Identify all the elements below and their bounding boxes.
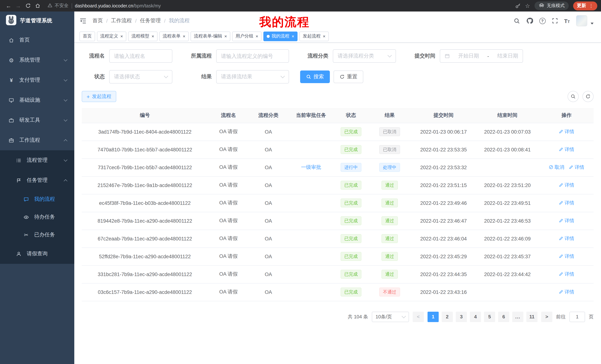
tab-start-process[interactable]: 发起流程× (299, 31, 329, 41)
logo-row[interactable]: 芋道管理系统 (0, 11, 74, 30)
detail-link[interactable]: 详情 (559, 217, 574, 224)
page-button-6[interactable]: 6 (498, 312, 509, 322)
current-task-link[interactable]: 一级审批 (301, 164, 321, 170)
detail-link[interactable]: 详情 (559, 146, 574, 153)
sidebar-item-label: 基础设施 (19, 97, 40, 104)
sidebar-item-devtools[interactable]: 研发工具 (0, 110, 74, 130)
status-select[interactable]: 请选择状态 (109, 70, 172, 84)
cancel-link[interactable]: 取消 (549, 164, 564, 171)
cell-end-time: 2022-01-22 23:46:53 (475, 212, 539, 230)
chevron-down-icon (64, 58, 67, 61)
tab-process-form-edit[interactable]: 流程表单-编辑× (190, 31, 230, 41)
fullscreen-icon[interactable] (552, 18, 558, 24)
close-tab-icon[interactable]: × (291, 34, 294, 38)
goto-page-input[interactable] (570, 312, 585, 322)
kebab-menu-icon[interactable]: ⋮ (589, 3, 594, 9)
breadcrumb-separator: / (164, 18, 166, 24)
status-tag: 进行中 (341, 163, 361, 172)
search-button-label: 搜索 (313, 74, 324, 80)
cell-id: 819442e8-7b9a-11ec-a290-acde48001122 (82, 212, 208, 230)
detail-link[interactable]: 详情 (569, 164, 584, 171)
page-button-5[interactable]: 5 (484, 312, 495, 322)
avatar-caret-icon[interactable] (591, 22, 594, 24)
tab-process-definition[interactable]: 流程定义× (97, 31, 126, 41)
close-tab-icon[interactable]: × (183, 34, 185, 38)
tab-my-process[interactable]: 我的流程× (263, 31, 298, 41)
sidebar-item-home[interactable]: 首页 (0, 30, 74, 50)
close-tab-icon[interactable]: × (224, 34, 227, 38)
tab-process-form[interactable]: 流程表单× (159, 31, 189, 41)
detail-link[interactable]: 详情 (559, 128, 574, 135)
sidebar-item-leave-query[interactable]: 请假查询 (0, 244, 74, 264)
search-button[interactable]: 搜索 (300, 70, 330, 83)
breadcrumb-item[interactable]: 首页 (92, 18, 103, 24)
app-title: 芋道管理系统 (20, 18, 52, 24)
page-button-1[interactable]: 1 (428, 312, 439, 322)
more-pages-button[interactable]: ... (512, 312, 523, 322)
chevron-up-icon (64, 139, 67, 143)
sidebar-item-infrastructure[interactable]: 基础设施 (0, 90, 74, 110)
header-search-icon[interactable] (513, 18, 520, 24)
reset-button[interactable]: 重置 (334, 70, 363, 83)
table-row: 2152467e-7b9b-11ec-9a1b-acde48001122OA 请… (82, 176, 594, 194)
sidebar-item-done-task[interactable]: ✂已办任务 (0, 226, 74, 244)
category-select[interactable]: 请选择流程分类 (333, 49, 396, 63)
github-icon[interactable] (526, 18, 533, 24)
site-security[interactable]: 不安全 (48, 3, 69, 9)
font-size-icon[interactable]: TT (564, 18, 570, 24)
breadcrumb-item[interactable]: 工作流程 (111, 18, 132, 24)
toggle-search-icon[interactable] (568, 91, 579, 102)
reload-button[interactable] (23, 1, 33, 10)
sidebar-item-task-management[interactable]: 任务管理 (0, 170, 74, 190)
submit-time-range-picker[interactable]: 开始日期 - 结束日期 (440, 49, 523, 63)
page-button-4[interactable]: 4 (470, 312, 481, 322)
detail-link[interactable]: 详情 (559, 182, 574, 189)
page-size-select[interactable]: 10条/页 (372, 312, 409, 322)
create-process-button[interactable]: + 发起流程 (82, 91, 116, 102)
close-tab-icon[interactable]: × (256, 34, 258, 38)
sidebar-item-system-management[interactable]: ⚙系统管理 (0, 50, 74, 70)
password-key-icon[interactable] (515, 3, 521, 9)
tab-user-group[interactable]: 用户分组× (232, 31, 261, 41)
home-button[interactable] (33, 1, 42, 10)
close-tab-icon[interactable]: × (151, 34, 154, 38)
page-button-11[interactable]: 11 (526, 312, 538, 322)
avatar[interactable] (576, 15, 587, 26)
back-button[interactable]: ← (4, 1, 13, 10)
prev-page-button[interactable]: < (413, 312, 424, 322)
forward-button[interactable]: → (13, 1, 23, 10)
close-tab-icon[interactable]: × (323, 34, 325, 38)
sidebar-item-process-management[interactable]: 流程管理 (0, 150, 74, 170)
cell-process-name: OA 请假 (208, 176, 249, 194)
refresh-table-icon[interactable] (582, 91, 594, 102)
tab-process-model[interactable]: 流程模型× (128, 31, 158, 41)
url-path[interactable]: /bpm/task/my (133, 3, 161, 8)
detail-link[interactable]: 详情 (559, 235, 574, 242)
cell-actions: 详情 (539, 230, 594, 248)
sidebar-item-payment-management[interactable]: ¥支付管理 (0, 70, 74, 90)
url-host[interactable]: dashboard.yudao.iocoder.cn (75, 3, 133, 8)
sidebar-item-todo-task[interactable]: 待办任务 (0, 208, 74, 226)
cell-current-task: 一级审批 (288, 158, 334, 176)
sidebar-toggle-icon[interactable] (80, 17, 87, 24)
process-name-input[interactable] (109, 49, 172, 63)
help-icon[interactable]: ? (539, 18, 545, 24)
bookmark-star-icon[interactable]: ☆ (525, 2, 530, 9)
page-button-2[interactable]: 2 (442, 312, 453, 322)
detail-link[interactable]: 详情 (559, 289, 574, 295)
sidebar-item-label: 系统管理 (19, 57, 40, 63)
tab-home[interactable]: 首页 (80, 31, 95, 41)
detail-link[interactable]: 详情 (559, 253, 574, 260)
sidebar-item-workflow[interactable]: 工作流程 (0, 130, 74, 150)
breadcrumb-item-current: 我的流程 (169, 18, 190, 24)
detail-link[interactable]: 详情 (559, 200, 574, 206)
sidebar-item-my-process[interactable]: 我的流程 (0, 190, 74, 208)
detail-link[interactable]: 详情 (559, 271, 574, 278)
result-select[interactable]: 请选择流结果 (216, 70, 289, 84)
browser-update-button[interactable]: 更新 ⋮ (573, 1, 597, 10)
next-page-button[interactable]: > (541, 312, 552, 322)
breadcrumb-item[interactable]: 任务管理 (140, 18, 161, 24)
close-tab-icon[interactable]: × (120, 34, 123, 38)
page-button-3[interactable]: 3 (456, 312, 467, 322)
process-definition-input[interactable] (216, 49, 289, 63)
